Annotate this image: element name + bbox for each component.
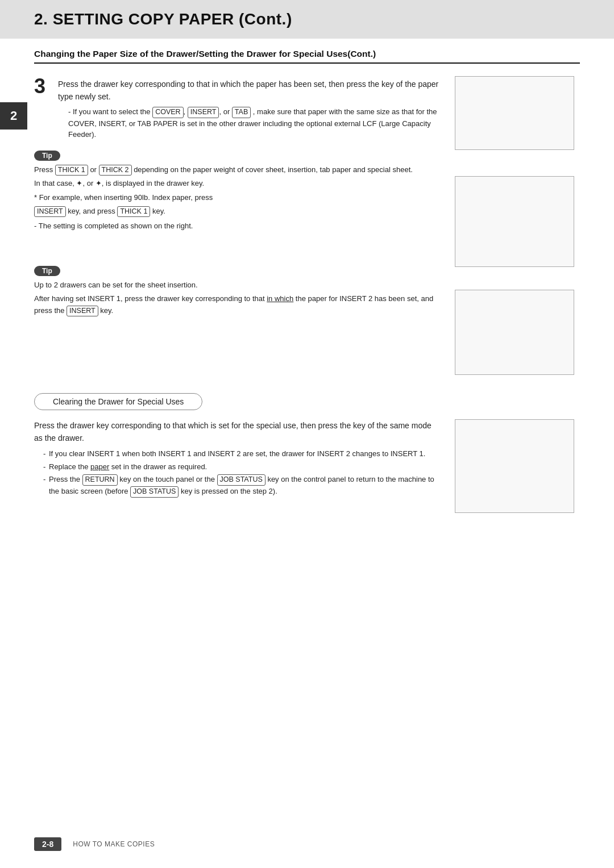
- thick1-key: THICK 1: [55, 165, 88, 176]
- left-column: 3 Press the drawer key corresponding to …: [34, 76, 441, 375]
- bullet-item-3: Press the RETURN key on the touch panel …: [43, 474, 441, 498]
- tip1-star-keys: INSERT key, and press THICK 1 key.: [34, 206, 441, 218]
- image-box-1: [455, 76, 574, 150]
- special-uses-right: [455, 419, 580, 513]
- tip2-line1: Up to 2 drawers can be set for the sheet…: [34, 279, 441, 291]
- special-bullets-list: If you clear INSERT 1 when both INSERT 1…: [43, 448, 441, 498]
- subheader-title: Changing the Paper Size of the Drawer/Se…: [34, 49, 580, 64]
- tip2-underline: in which: [267, 294, 293, 303]
- tip1-line1: Press THICK 1 or THICK 2 depending on th…: [34, 164, 441, 176]
- special-uses-header: Clearing the Drawer for Special Uses: [34, 393, 202, 410]
- special-uses-section: Clearing the Drawer for Special Uses Pre…: [34, 393, 580, 513]
- page-number: 2-8: [34, 837, 61, 851]
- image-box-3: [455, 290, 574, 375]
- tip2-content: Up to 2 drawers can be set for the sheet…: [34, 279, 441, 316]
- image-box-2: [455, 176, 574, 267]
- image-box-4: [455, 419, 574, 513]
- right-column: [455, 76, 580, 375]
- special-uses-left: Press the drawer key corresponding to th…: [34, 419, 441, 513]
- step3-number: 3: [34, 76, 52, 140]
- bullet-item-1: If you clear INSERT 1 when both INSERT 1…: [43, 448, 441, 460]
- step3-main-text: Press the drawer key corresponding to th…: [58, 80, 438, 101]
- insert-key2: INSERT: [34, 206, 66, 218]
- tab-key: TAB: [232, 107, 251, 118]
- tip1-star-note: * For example, when inserting 90lb. Inde…: [34, 192, 441, 203]
- tip2-label: Tip: [34, 266, 60, 276]
- cover-key: COVER: [152, 107, 183, 118]
- paper-underline: paper: [90, 462, 109, 471]
- tip1-content: Press THICK 1 or THICK 2 depending on th…: [34, 164, 441, 232]
- page-footer: 2-8 HOW TO MAKE COPIES: [34, 837, 580, 851]
- main-content: 3 Press the drawer key corresponding to …: [0, 76, 614, 513]
- step3-text: Press the drawer key corresponding to th…: [58, 76, 441, 140]
- insert-key3: INSERT: [67, 306, 98, 317]
- tip2-box: Tip Up to 2 drawers can be set for the s…: [34, 266, 441, 316]
- header-band: 2. SETTING COPY PAPER (Cont.): [0, 0, 614, 39]
- bullet-item-2: Replace the paper set in the drawer as r…: [43, 461, 441, 473]
- tip1-line2: In that case, ✦, or ✦, is displayed in t…: [34, 178, 441, 189]
- page-container: 2. SETTING COPY PAPER (Cont.) Changing t…: [0, 0, 614, 868]
- thick2-key: THICK 2: [99, 165, 132, 176]
- step3-indent-note: - If you want to select the COVER, INSER…: [68, 106, 441, 140]
- job-status-key: JOB STATUS: [217, 474, 265, 486]
- page-title: 2. SETTING COPY PAPER (Cont.): [34, 10, 292, 28]
- job-status-key2: JOB STATUS: [130, 486, 179, 498]
- step3-row: 3 Press the drawer key corresponding to …: [34, 76, 441, 140]
- subheader-section: Changing the Paper Size of the Drawer/Se…: [0, 39, 614, 64]
- two-col-layout: 3 Press the drawer key corresponding to …: [34, 76, 580, 375]
- tip1-box: Tip Press THICK 1 or THICK 2 depending o…: [34, 151, 441, 232]
- special-text1: Press the drawer key corresponding to th…: [34, 419, 441, 445]
- thick1-key2: THICK 1: [117, 206, 150, 218]
- return-key: RETURN: [82, 474, 118, 486]
- footer-label: HOW TO MAKE COPIES: [73, 840, 155, 848]
- special-uses-two-col: Press the drawer key corresponding to th…: [34, 419, 580, 513]
- tip1-final: - The setting is completed as shown on t…: [34, 220, 441, 232]
- insert-key: INSERT: [188, 107, 219, 118]
- tip1-label: Tip: [34, 151, 60, 161]
- tip2-line2: After having set INSERT 1, press the dra…: [34, 293, 441, 316]
